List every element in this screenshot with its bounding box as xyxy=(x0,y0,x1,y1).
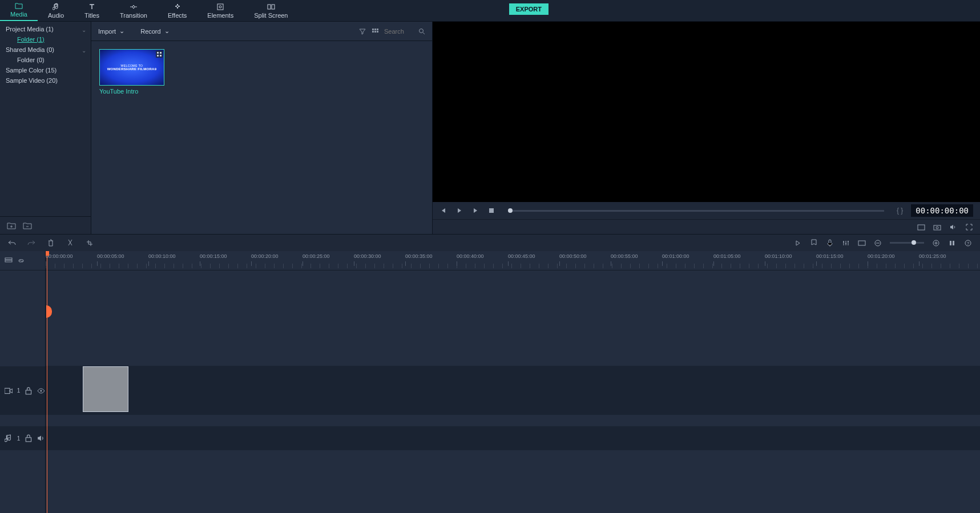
stop-icon[interactable] xyxy=(487,207,495,215)
playhead[interactable] xyxy=(47,251,47,513)
ruler-tick: 00:00:40:00 xyxy=(457,253,484,259)
media-thumbnail[interactable]: WELCOME TO WONDERSHARE FILMORA9 YouTube … xyxy=(99,49,164,95)
aspect-icon[interactable] xyxy=(858,239,866,247)
svg-rect-14 xyxy=(160,55,162,56)
zoom-fit-icon[interactable] xyxy=(948,239,956,247)
tab-audio[interactable]: Audio xyxy=(38,1,74,21)
markers-braces[interactable]: { } xyxy=(897,207,903,215)
delete-folder-icon[interactable] xyxy=(23,221,32,229)
ruler-tick: 00:00:30:00 xyxy=(354,253,381,259)
render-icon[interactable] xyxy=(794,239,802,247)
tab-label: Media xyxy=(10,11,27,18)
play-icon[interactable] xyxy=(455,207,463,215)
text-icon xyxy=(87,2,96,11)
ruler-tick: 00:00:35:00 xyxy=(405,253,433,259)
ruler-tick: 00:01:25:00 xyxy=(919,253,946,259)
new-folder-icon[interactable] xyxy=(7,221,16,229)
volume-icon[interactable] xyxy=(949,223,957,231)
eye-icon[interactable] xyxy=(37,387,45,395)
undo-icon[interactable] xyxy=(8,239,16,247)
chevron-down-icon: ⌄ xyxy=(119,27,124,35)
media-panel: Import⌄ Record⌄ WELCOME TO WONDERSHARE F… xyxy=(91,22,433,234)
sidebar-item-project-media[interactable]: Project Media (1)⌄ xyxy=(0,24,91,34)
svg-rect-23 xyxy=(858,241,865,245)
sidebar-item-folder-0[interactable]: Folder (0) xyxy=(0,55,91,65)
track-spacer[interactable] xyxy=(46,270,980,366)
delete-icon[interactable] xyxy=(47,239,55,247)
svg-rect-27 xyxy=(953,241,954,245)
sidebar-item-folder-1[interactable]: Folder (1) xyxy=(0,34,91,45)
mute-icon[interactable] xyxy=(37,434,45,442)
scrubber[interactable] xyxy=(508,210,884,212)
screenshot-icon[interactable] xyxy=(917,223,925,231)
prev-frame-icon[interactable] xyxy=(439,207,447,215)
help-icon[interactable]: ? xyxy=(964,239,972,247)
preview-video[interactable] xyxy=(433,22,980,202)
chevron-down-icon: ⌄ xyxy=(82,47,86,54)
manage-tracks-icon[interactable] xyxy=(5,257,13,265)
ruler-tick: 00:00:20:00 xyxy=(251,253,279,259)
elements-icon xyxy=(216,2,225,11)
sidebar-item-sample-video[interactable]: Sample Video (20) xyxy=(0,75,91,86)
import-dropdown[interactable]: Import⌄ xyxy=(98,27,136,35)
filter-icon[interactable] xyxy=(359,28,366,35)
lock-icon[interactable] xyxy=(25,387,33,395)
ruler-tick: 00:00:55:00 xyxy=(611,253,638,259)
clip-drop-target[interactable] xyxy=(83,366,128,412)
tab-effects[interactable]: Effects xyxy=(158,1,197,21)
svg-rect-17 xyxy=(934,225,941,230)
zoom-in-icon[interactable] xyxy=(932,239,940,247)
ruler-tick: 00:00:00:00 xyxy=(46,253,73,259)
chevron-down-icon: ⌄ xyxy=(82,27,86,33)
next-frame-icon[interactable] xyxy=(471,207,479,215)
timeline-ruler[interactable]: 00:00:00:0000:00:05:0000:00:10:0000:00:1… xyxy=(46,251,980,270)
fullscreen-icon[interactable] xyxy=(965,223,973,231)
svg-rect-6 xyxy=(377,29,378,30)
lock-icon[interactable] xyxy=(25,434,33,442)
tab-label: Titles xyxy=(84,12,99,19)
tab-label: Effects xyxy=(168,12,187,19)
split-icon[interactable] xyxy=(66,239,74,247)
svg-rect-30 xyxy=(5,258,12,260)
search-input[interactable] xyxy=(384,28,418,35)
record-dropdown[interactable]: Record⌄ xyxy=(140,27,180,35)
ruler-tick: 00:00:25:00 xyxy=(303,253,330,259)
svg-rect-8 xyxy=(374,31,376,33)
svg-rect-32 xyxy=(5,388,10,393)
video-track[interactable] xyxy=(46,366,980,415)
search-icon[interactable] xyxy=(418,28,425,35)
tab-transition[interactable]: Transition xyxy=(110,1,158,21)
marker-icon[interactable] xyxy=(810,239,818,247)
zoom-slider[interactable] xyxy=(890,242,924,244)
thumb-brand-text: WONDERSHARE FILMORA9 xyxy=(107,67,157,71)
video-track-header[interactable]: 1 xyxy=(0,366,45,415)
sidebar-item-sample-color[interactable]: Sample Color (15) xyxy=(0,65,91,75)
svg-rect-15 xyxy=(489,208,494,213)
music-note-icon xyxy=(51,2,61,11)
link-icon[interactable] xyxy=(17,257,25,265)
crop-icon[interactable] xyxy=(86,239,94,247)
export-button[interactable]: EXPORT xyxy=(509,3,549,15)
tab-titles[interactable]: Titles xyxy=(74,1,110,21)
tab-media[interactable]: Media xyxy=(0,0,38,21)
tab-splitscreen[interactable]: Split Screen xyxy=(244,1,298,21)
zoom-out-icon[interactable] xyxy=(874,239,882,247)
audio-track[interactable] xyxy=(46,426,980,450)
ruler-tick: 00:01:05:00 xyxy=(713,253,741,259)
voiceover-icon[interactable] xyxy=(826,239,834,247)
camera-icon[interactable] xyxy=(933,223,941,231)
sidebar-item-shared-media[interactable]: Shared Media (0)⌄ xyxy=(0,45,91,55)
tab-label: Transition xyxy=(120,12,147,19)
effects-icon xyxy=(173,2,182,11)
audio-mixer-icon[interactable] xyxy=(842,239,850,247)
tab-elements[interactable]: Elements xyxy=(197,1,244,21)
ruler-tick: 00:00:45:00 xyxy=(508,253,535,259)
add-to-timeline-icon[interactable] xyxy=(156,51,163,58)
ruler-tick: 00:00:05:00 xyxy=(97,253,124,259)
svg-rect-26 xyxy=(950,241,951,245)
grid-view-icon[interactable] xyxy=(372,28,378,35)
svg-rect-13 xyxy=(157,55,159,56)
audio-track-header[interactable]: 1 xyxy=(0,426,45,450)
track-number: 1 xyxy=(17,435,21,442)
redo-icon[interactable] xyxy=(27,239,35,247)
